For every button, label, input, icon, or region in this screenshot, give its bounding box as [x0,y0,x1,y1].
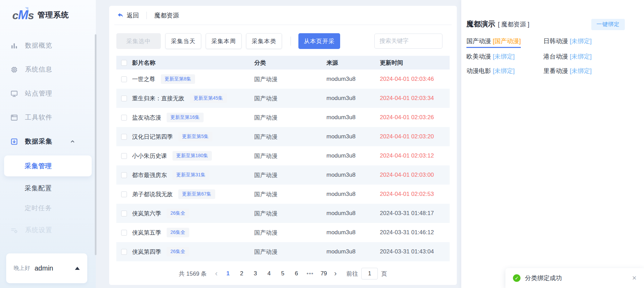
binding-value: [未绑定] [570,53,592,60]
row-checkbox[interactable] [121,134,127,140]
back-arrow-icon [117,12,124,18]
binding-category: 港台动漫 [543,53,570,60]
sidebar-item-label: 数据采集 [25,137,52,146]
row-checkbox[interactable] [121,172,127,178]
movie-update-time: 2024-04-01 02:03:26 [380,114,450,121]
column-header-category: 分类 [254,59,326,67]
toolbar: 采集选中 采集当天 采集本周 采集本类 从本页开采 [113,33,453,49]
column-header-source: 来源 [326,59,380,67]
movie-category: 国产动漫 [254,152,326,160]
movie-category: 国产动漫 [254,248,326,256]
collect-selected-button[interactable]: 采集选中 [116,33,161,49]
movie-update-time: 2024-03-31 01:48:17 [380,210,450,217]
movie-table: 影片名称 分类 来源 更新时间 一世之尊 更新至第8集 国产动漫 modum3u… [116,56,450,261]
movie-name: 侠岚第六季 [132,210,161,217]
row-checkbox[interactable] [121,153,127,159]
sidebar-subitem-collect-config[interactable]: 采集配置 [0,178,96,198]
binding-item[interactable]: 里番动漫 [未绑定] [543,67,592,77]
sidebar-scrollbar[interactable] [95,34,96,255]
row-checkbox[interactable] [121,249,127,255]
binding-list: 国产动漫 [国产动漫] 日韩动漫 [未绑定] 欧美动漫 [未绑定] 港台动漫 [… [466,37,644,77]
main-card: 返回 魔都资源 采集选中 采集当天 采集本周 采集本类 从本页开采 影片名称 分… [109,6,457,285]
sidebar-item-data-overview[interactable]: 数据概览 [0,34,96,58]
next-page-button[interactable]: › [331,270,340,277]
episode-badge: 26集全 [167,228,189,237]
toast-close-icon[interactable]: × [632,274,636,282]
panel-title: 魔都演示 [466,19,495,29]
back-button[interactable]: 返回 [117,11,139,20]
table-row: 侠岚第六季 26集全 国产动漫 modum3u8 2024-03-31 01:4… [116,204,450,223]
movie-category: 国产动漫 [254,171,326,179]
row-checkbox[interactable] [121,76,127,82]
movie-update-time: 2024-03-31 01:43:04 [380,248,450,255]
binding-item[interactable]: 日韩动漫 [未绑定] [543,37,592,48]
settings-list-icon [10,226,18,234]
sidebar-item-system-info[interactable]: 系统信息 [0,58,96,82]
breadcrumb: 魔都资源 [154,11,179,20]
table-row: 侠岚第五季 26集全 国产动漫 modum3u8 2024-03-31 01:4… [116,223,450,242]
binding-item[interactable]: 动漫电影 [未绑定] [466,67,515,77]
toast-message: 分类绑定成功 [525,274,562,282]
binding-category: 动漫电影 [466,67,493,74]
episode-badge: 更新至第31集 [172,170,209,180]
row-checkbox[interactable] [121,96,127,101]
select-all-checkbox[interactable] [121,60,127,66]
binding-item[interactable]: 港台动漫 [未绑定] [543,52,592,62]
movie-category: 国产动漫 [254,229,326,237]
success-toast: ✓ 分类绑定成功 × [505,268,644,288]
page-number-button[interactable]: 5 [278,270,287,277]
user-greeting: 晚上好 [14,265,30,272]
app-logo: cMs 管理系统 [0,0,96,21]
sidebar-subitem-collect-manage[interactable]: 采集管理 [4,155,92,176]
binding-category: 欧美动漫 [466,53,493,60]
bar-chart-icon [10,42,18,50]
page-number-button[interactable]: 3 [250,270,260,277]
page-number-button[interactable]: ••• [305,270,315,277]
sidebar-item-site-management[interactable]: 站点管理 [0,82,96,105]
binding-value: [未绑定] [493,53,515,60]
row-checkbox[interactable] [121,115,127,121]
collect-today-button[interactable]: 采集当天 [165,33,201,49]
bind-all-button[interactable]: 一键绑定 [591,19,625,30]
collect-category-button[interactable]: 采集本类 [246,33,282,49]
page-number-button[interactable]: 4 [264,270,274,277]
page-number-button[interactable]: 79 [319,270,329,277]
user-menu[interactable]: 晚上好 admin [6,253,87,283]
search-input[interactable] [374,34,442,49]
goto-page-input[interactable] [361,268,378,279]
page-number-button[interactable]: 6 [292,270,301,277]
page-number-button[interactable]: 1 [223,270,233,277]
prev-page-button[interactable]: ‹ [211,270,221,277]
sidebar-item-system-settings[interactable]: 系统设置 [0,218,96,242]
episode-badge: 更新至第8集 [161,74,195,84]
binding-item[interactable]: 欧美动漫 [未绑定] [466,52,515,62]
row-checkbox[interactable] [121,191,127,197]
sidebar-subitem-label: 采集管理 [25,162,52,171]
collect-page-button[interactable]: 从本页开采 [298,33,340,49]
row-checkbox[interactable] [121,230,127,236]
movie-source: modum3u8 [326,210,380,217]
movie-update-time: 2024-04-01 02:03:00 [380,172,450,178]
chip-icon [10,66,18,74]
table-row: 一世之尊 更新至第8集 国产动漫 modum3u8 2024-04-01 02:… [116,70,450,89]
page-unit-label: 页 [381,270,387,278]
row-checkbox[interactable] [121,211,127,216]
movie-update-time: 2024-04-01 02:03:12 [380,152,450,159]
sidebar-subitem-scheduled-tasks[interactable]: 定时任务 [0,198,96,218]
page-number-button[interactable]: 2 [237,270,246,277]
sidebar-group-data-collection[interactable]: 数据采集 [0,129,96,153]
movie-name: 侠岚第五季 [132,229,161,237]
chevron-up-icon [70,139,75,144]
movie-name: 都市最强房东 [132,171,167,179]
binding-item[interactable]: 国产动漫 [国产动漫] [466,37,521,48]
binding-category: 日韩动漫 [543,38,570,45]
movie-category: 国产动漫 [254,210,326,217]
column-header-time: 更新时间 [380,59,450,67]
sidebar-item-tools[interactable]: 工具软件 [0,105,96,129]
binding-value: [未绑定] [570,38,592,45]
collect-week-button[interactable]: 采集本周 [206,33,242,49]
pagination: 共 1569 条 ‹ 1 2 3 4 5 6 ••• 79 › 前往 页 [109,268,457,279]
sidebar-item-label: 系统设置 [25,226,52,235]
total-count: 共 1569 条 [179,270,207,278]
table-row: 侠岚第四季 26集全 国产动漫 modum3u8 2024-03-31 01:4… [116,242,450,261]
